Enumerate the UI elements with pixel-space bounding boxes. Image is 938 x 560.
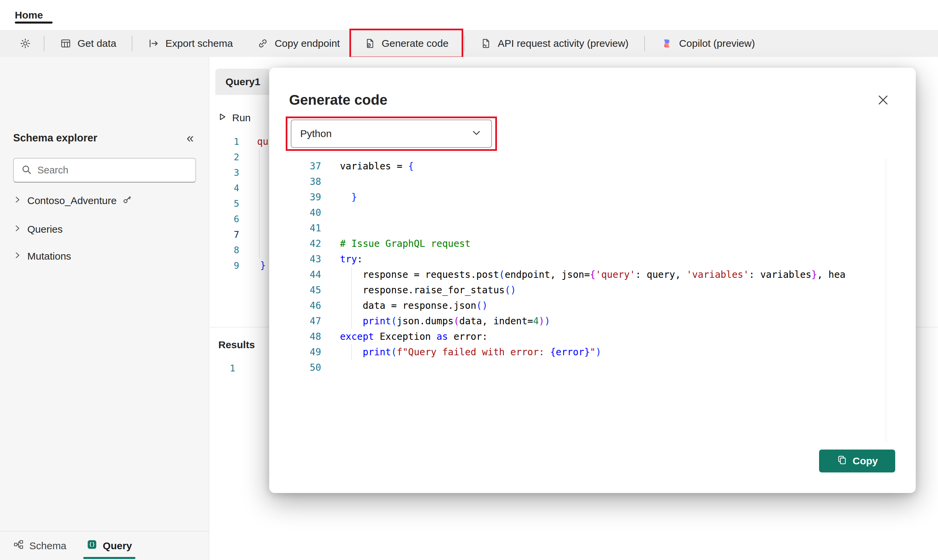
chevron-right-icon	[13, 251, 22, 262]
copilot-label: Copilot (preview)	[679, 38, 755, 49]
search-icon	[21, 164, 32, 177]
file-code-icon	[364, 38, 376, 49]
active-tab-underline	[15, 22, 52, 23]
tab-home[interactable]: Home	[15, 0, 43, 30]
copy-label: Copy	[853, 455, 878, 467]
file-activity-icon	[480, 38, 491, 49]
run-button[interactable]: Run	[217, 109, 251, 127]
toolbar-divider	[464, 36, 465, 51]
toolbar-divider	[644, 36, 645, 51]
copy-endpoint-label: Copy endpoint	[274, 38, 340, 49]
app-window: Home Get data	[0, 0, 938, 560]
editor-code-line-9: }	[260, 258, 266, 274]
generate-code-dialog: Generate code Python 37variables = {3839	[269, 68, 916, 493]
toolbar-divider	[44, 36, 45, 51]
editor-gutter: 123456789	[215, 134, 239, 274]
copy-icon	[836, 455, 847, 468]
editor-indent-guide	[259, 149, 259, 258]
copy-button[interactable]: Copy	[819, 449, 895, 472]
export-arrow-icon	[148, 38, 159, 49]
export-schema-label: Export schema	[165, 38, 233, 49]
chevron-right-icon	[13, 224, 22, 235]
results-row-number: 1	[230, 361, 235, 376]
close-icon	[876, 93, 890, 108]
tree-item-contoso-adventure[interactable]: Contoso_Adventure	[0, 188, 209, 214]
generated-code-viewer: 37variables = {3839 }404142# Issue Graph…	[291, 158, 886, 442]
modal-code-lines: 37variables = {3839 }404142# Issue Graph…	[291, 158, 886, 375]
search-box	[13, 158, 196, 183]
tab-home-label: Home	[15, 9, 43, 21]
language-dropdown-wrap: Python	[291, 120, 492, 148]
tab-query1[interactable]: Query1	[215, 69, 271, 95]
copilot-icon	[660, 37, 673, 50]
toolbar: Get data Export schema Copy endpoint	[0, 30, 938, 57]
schema-diagram-icon	[13, 539, 24, 552]
language-dropdown[interactable]: Python	[291, 120, 492, 148]
search-input[interactable]	[37, 165, 188, 176]
tab-schema-label: Schema	[29, 540, 66, 552]
copilot-button[interactable]: Copilot (preview)	[648, 30, 767, 57]
language-dropdown-value: Python	[300, 128, 331, 139]
run-label: Run	[232, 112, 251, 123]
tree-item-mutations[interactable]: Mutations	[0, 243, 209, 269]
results-label: Results	[218, 336, 255, 353]
get-data-icon	[60, 38, 71, 49]
get-data-button[interactable]: Get data	[48, 30, 128, 57]
chevron-down-icon	[470, 127, 482, 141]
topbar: Home	[0, 0, 938, 30]
query-icon	[86, 539, 97, 552]
close-dialog-button[interactable]	[874, 91, 892, 110]
tree-item-label: Queries	[27, 224, 63, 235]
chevron-right-icon	[13, 195, 22, 206]
tab-query[interactable]: Query	[86, 531, 132, 560]
export-schema-button[interactable]: Export schema	[136, 30, 245, 57]
toolbar-divider	[132, 36, 132, 51]
tab-schema[interactable]: Schema	[13, 531, 66, 560]
gear-icon	[20, 38, 31, 49]
tree-item-label: Contoso_Adventure	[27, 195, 117, 206]
play-icon	[217, 112, 228, 124]
schema-explorer-title: Schema explorer	[13, 132, 97, 144]
link-icon	[257, 38, 268, 49]
api-request-activity-button[interactable]: API request activity (preview)	[468, 30, 641, 57]
dialog-title: Generate code	[289, 91, 387, 109]
tab-query1-label: Query1	[225, 76, 260, 88]
generate-code-label: Generate code	[382, 38, 448, 49]
collapse-panel-button[interactable]: «	[183, 130, 197, 146]
key-icon	[122, 195, 132, 207]
editor-code-line-1: qu	[257, 134, 268, 149]
settings-button[interactable]	[10, 30, 40, 57]
get-data-label: Get data	[77, 38, 116, 49]
tree-item-label: Mutations	[27, 251, 71, 262]
api-request-activity-label: API request activity (preview)	[497, 38, 628, 49]
collapse-chevrons-icon: «	[187, 131, 194, 145]
tab-query-label: Query	[103, 540, 132, 552]
schema-explorer-panel: Schema explorer « Contoso_Adventure	[0, 57, 209, 560]
copy-endpoint-button[interactable]: Copy endpoint	[245, 30, 352, 57]
bottom-tab-bar: Schema Query	[0, 531, 209, 560]
tree-item-queries[interactable]: Queries	[0, 216, 209, 243]
generate-code-button[interactable]: Generate code	[352, 30, 461, 57]
